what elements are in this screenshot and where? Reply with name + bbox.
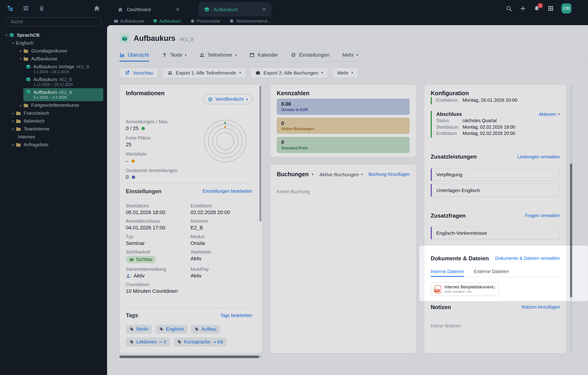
pdf-file-icon: PDF (435, 285, 441, 293)
tab-aufbaukurs[interactable]: Aufbaukurs × (199, 2, 272, 17)
breadcrumb-teilnehmendenliste[interactable]: Teilnehmendenli... (230, 19, 271, 23)
chevron-down-icon[interactable]: ▾ (312, 172, 313, 176)
buchung-hinzufuegen-link[interactable]: Buchung hinzufügen (368, 172, 410, 177)
mehr-button[interactable]: Mehr ▾ (332, 67, 358, 78)
tab-teilnehmer[interactable]: Teilnehmer ▾ (199, 49, 237, 61)
settings-fields: Startdatum05.01.2026 18:00 Enddatum02.02… (126, 203, 252, 294)
dokumente-header: Dokumente & Dateien Dokumente & Dateien … (431, 255, 560, 261)
tab-uebersicht[interactable]: Übersicht (119, 49, 149, 61)
chevron-right-icon[interactable]: ▸ (18, 103, 23, 107)
search-icon[interactable] (506, 5, 512, 11)
chevron-down-icon[interactable]: ▾ (18, 57, 23, 61)
notizen-header: Notizen Notizen hinzufügen (431, 304, 560, 310)
metric-label: Anmeldungen / Max. (126, 119, 204, 125)
tree-item-teaminterne[interactable]: ▸ Teaminterne (0, 125, 107, 133)
tree-item-grundlagenkurse[interactable]: ▸ Grundlagenkurse (0, 47, 107, 55)
tags-list: Berlin Englisch Aufbau Lektionen→ 5 Kurs… (126, 325, 252, 350)
chevron-down-icon[interactable]: ▾ (10, 41, 16, 45)
einstellungen-bearbeiten-link[interactable]: Einstellungen bearbeiten (203, 189, 252, 194)
buchungen-filter-dropdown[interactable]: Aktive Buchungen ▾ (319, 172, 363, 177)
archive-icon[interactable] (22, 5, 29, 12)
notizen-hinzufuegen-link[interactable]: Notizen hinzufügen (521, 304, 560, 310)
abschluss-block: Abschluss Aktionen ▾ Statusnächstes Quar… (431, 111, 560, 138)
leistungen-verwalten-link[interactable]: Leistungen verwalten (517, 154, 560, 159)
tag-kurssprache[interactable]: Kurssprache→ EN (174, 338, 227, 347)
section-title: Tags (126, 312, 138, 318)
leistung-item-unterlagen[interactable]: Unterlagen Englisch (431, 184, 560, 197)
breadcrumb-aufbaukurse[interactable]: Aufbaukurse (114, 19, 145, 23)
chevron-right-icon[interactable]: ▸ (18, 49, 23, 53)
tags-bearbeiten-link[interactable]: Tags bearbeiten (220, 313, 252, 318)
card-vertical-scrollbar[interactable] (260, 86, 261, 222)
stat-label: Aktive Buchungen (281, 127, 405, 131)
chevron-down-icon[interactable]: ▾ (4, 33, 9, 37)
breadcrumb-praesenzliste[interactable]: Präsenzliste (190, 19, 220, 23)
horizontal-scrollbar-thumb[interactable] (119, 355, 259, 358)
chevron-right-icon[interactable]: ▸ (10, 119, 16, 123)
vorschau-button[interactable]: Vorschau (119, 67, 158, 78)
frage-item-englisch-vorkenntnisse[interactable]: Englisch-Vorkenntnisse (431, 226, 560, 240)
donut-marker-orange (224, 126, 226, 128)
status-label: Veröffentlicht (215, 96, 243, 102)
tab-texte[interactable]: T Texte ▾ (162, 49, 187, 61)
cube-icon (26, 64, 31, 70)
tab-kalender[interactable]: Kalender (250, 49, 278, 61)
avatar[interactable]: CB (561, 3, 571, 13)
tab-mehr[interactable]: Mehr ▾ (342, 49, 358, 61)
aktionen-dropdown[interactable]: Aktionen ▾ (539, 111, 560, 117)
tree-item-aufbaukurse[interactable]: ▾ Aufbaukurse (0, 55, 107, 63)
dokumente-verwalten-link[interactable]: Dokumente & Dateien verwalten (495, 256, 560, 261)
chevron-right-icon[interactable]: ▸ (10, 143, 16, 147)
tree-item-aufbaukurs-vorlage[interactable]: Aufbaukurs Vorlage #E2_B 1.1.2024 – 29.1… (0, 63, 107, 75)
trash-icon[interactable] (38, 5, 45, 12)
tree-item-englisch[interactable]: ▾ Englisch (0, 39, 107, 47)
export1-button[interactable]: Export 1: Alle Teilnehmende ▾ (162, 67, 246, 78)
tab-dashboard[interactable]: Dashboard × (112, 2, 185, 17)
tree-item-internes[interactable]: Internes (0, 133, 107, 141)
tree-item-italienisch[interactable]: ▸ Italienisch (0, 117, 107, 125)
close-icon[interactable]: × (262, 6, 266, 12)
field-mustpay: MustPayAktiv (190, 267, 252, 279)
home-icon[interactable] (93, 5, 100, 12)
tab-externe-dateien[interactable]: Externe Dateien (474, 266, 509, 277)
leistung-item-verpflegung[interactable]: Verpflegung (431, 168, 560, 181)
breadcrumb-aufbaukurs[interactable]: Aufbaukurs (153, 19, 181, 23)
course-cube-icon (119, 33, 130, 44)
config-row-enddatum: Enddatum Montag, 26.01.2026 20:00 (431, 97, 560, 104)
zusatzleistungen-list: Verpflegung Unterlagen Englisch (431, 168, 560, 200)
tag-berlin[interactable]: Berlin (126, 325, 152, 334)
tree-item-aufbaukurs-2025[interactable]: Aufbaukurs #E2_B 1.12.2025 – 29.12.2025 (0, 75, 107, 88)
tags-section-header: Tags Tags bearbeiten (126, 312, 252, 318)
topbar: Dashboard × Aufbaukurs × + 1 CB (107, 0, 588, 17)
tree-item-franzoesisch[interactable]: ▸ Französisch (0, 109, 107, 117)
notifications-bell-icon[interactable]: 1 (534, 5, 540, 11)
tag-aufbau[interactable]: Aufbau (191, 325, 220, 334)
tab-einstellungen[interactable]: Einstellungen (291, 49, 330, 61)
actions-label: Aktionen (539, 111, 556, 117)
tag-icon (177, 340, 182, 344)
close-icon[interactable]: × (175, 6, 180, 12)
search-input[interactable] (5, 17, 102, 26)
file-card[interactable]: PDF Internes Beispieldokument.pdf date c… (431, 282, 499, 296)
fragen-verwalten-link[interactable]: Fragen verwalten (525, 213, 560, 218)
add-icon[interactable]: + (520, 5, 526, 11)
tree-item-aufbaukurs-2026-selected[interactable]: Aufbaukurs #E2_B 5.1.2026 – 2.2.2026 (23, 88, 103, 101)
tag-lektionen[interactable]: Lektionen→ 5 (126, 338, 170, 347)
vertical-scrollbar[interactable] (570, 85, 572, 353)
apps-grid-icon[interactable] (547, 5, 554, 11)
horizontal-scrollbar[interactable] (119, 355, 262, 358)
field-typ: TypSeminar (126, 234, 188, 246)
chevron-right-icon[interactable]: ▸ (10, 111, 16, 115)
metric-label: Warteliste (126, 152, 204, 157)
metric-value: – (126, 158, 128, 164)
export2-button[interactable]: Export 2: Alle Buchungen ▾ (250, 67, 328, 78)
chevron-right-icon[interactable]: ▸ (10, 127, 16, 131)
tree-item-sprachcb[interactable]: ▾ SprachCB (0, 31, 107, 39)
tree-view-icon[interactable] (7, 5, 13, 12)
tree-item-anfrageliste[interactable]: ▸ Anfrageliste (0, 141, 107, 149)
tree-item-fortgeschrittenenkurse[interactable]: ▸ Fortgeschrittenenkurse (0, 101, 107, 109)
status-dropdown[interactable]: Veröffentlicht ▾ (203, 94, 252, 104)
tag-englisch[interactable]: Englisch (155, 325, 188, 334)
tab-interne-dateien[interactable]: Interne Dateien (431, 266, 464, 277)
vertical-scrollbar-thumb[interactable] (570, 163, 572, 297)
